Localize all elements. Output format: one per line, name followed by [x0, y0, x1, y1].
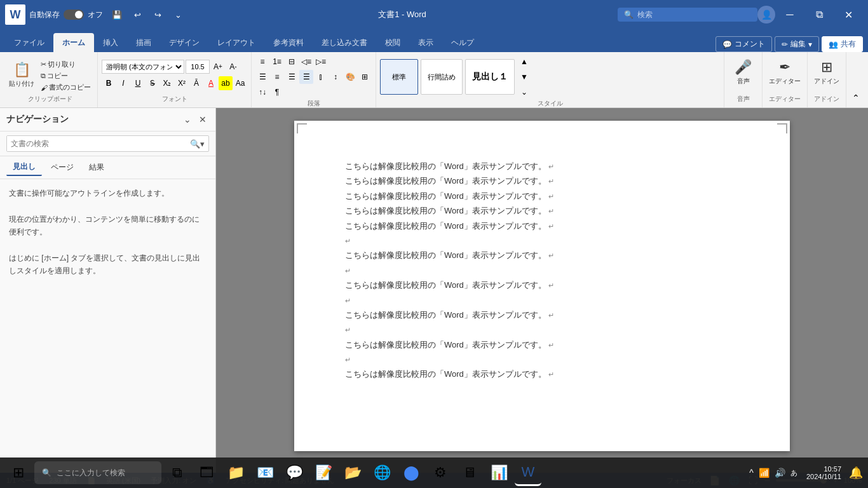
paste-button[interactable]: 📋 貼り付け: [6, 57, 37, 93]
tray-arrow-icon[interactable]: ^: [748, 468, 755, 478]
styles-scroll-up[interactable]: ▲: [517, 55, 531, 69]
taskbar-sticky-notes[interactable]: 📝: [310, 459, 337, 486]
user-avatar[interactable]: 👤: [757, 6, 775, 24]
font-size-decrease-button[interactable]: A-: [226, 60, 240, 74]
align-right-button[interactable]: ☰: [285, 70, 299, 84]
minimize-button[interactable]: ─: [775, 0, 804, 29]
doc-line[interactable]: こちらは解像度比較用の「Word」表示サンプルです。 ↵: [345, 219, 739, 233]
taskbar-file-explorer[interactable]: 📁: [222, 459, 249, 486]
doc-line[interactable]: ↵: [345, 322, 739, 337]
tab-insert[interactable]: 挿入: [94, 33, 127, 52]
doc-line[interactable]: ↵: [345, 352, 739, 367]
font-color-button[interactable]: A: [204, 76, 218, 90]
doc-line[interactable]: ↵: [345, 293, 739, 308]
taskbar-settings[interactable]: ⚙: [427, 459, 454, 486]
tab-design[interactable]: デザイン: [160, 33, 208, 52]
nav-search-button[interactable]: 🔍▾: [186, 139, 208, 149]
styles-scroll-down[interactable]: ▼: [517, 70, 531, 84]
style-heading1[interactable]: 見出し１: [465, 59, 515, 95]
highlight-button[interactable]: ab: [219, 76, 233, 90]
format-painter-button[interactable]: 🖌 書式のコピー: [38, 82, 93, 93]
borders-button[interactable]: ⊞: [358, 70, 372, 84]
save-button[interactable]: 💾: [108, 6, 126, 24]
taskbar-task-view[interactable]: ⧉: [164, 459, 191, 486]
underline-button[interactable]: U: [131, 76, 145, 90]
doc-line[interactable]: こちらは解像度比較用の「Word」表示サンプルです。 ↵: [345, 203, 739, 218]
tab-draw[interactable]: 描画: [127, 33, 160, 52]
autosave-toggle[interactable]: [64, 10, 84, 20]
more-button[interactable]: ⌄: [169, 6, 187, 24]
copy-button[interactable]: ⧉ コピー: [38, 71, 93, 81]
taskbar-chrome[interactable]: ⬤: [398, 459, 424, 486]
taskbar-word[interactable]: W: [515, 459, 541, 486]
tab-file[interactable]: ファイル: [5, 33, 53, 52]
undo-button[interactable]: ↩: [128, 6, 146, 24]
taskbar-outlook[interactable]: 📧: [252, 459, 278, 486]
font-size-increase-button[interactable]: A+: [211, 60, 225, 74]
taskbar-clock[interactable]: 10:57 2024/10/11: [803, 465, 845, 480]
nav-collapse-button[interactable]: ⌄: [181, 113, 194, 126]
bold-button[interactable]: B: [102, 76, 116, 90]
doc-line[interactable]: こちらは解像度比較用の「Word」表示サンプルです。 ↵: [345, 308, 739, 322]
tab-home[interactable]: ホーム: [53, 33, 94, 52]
taskbar-teams[interactable]: 💬: [281, 459, 308, 486]
strikethrough-button[interactable]: S̶: [146, 76, 159, 90]
styles-expand[interactable]: ⌄: [517, 85, 531, 99]
taskbar-widgets[interactable]: 🗔: [193, 459, 220, 486]
doc-line[interactable]: こちらは解像度比較用の「Word」表示サンプルです。 ↵: [345, 173, 739, 188]
pilcrow-button[interactable]: ¶: [270, 85, 284, 99]
tab-layout[interactable]: レイアウト: [208, 33, 264, 52]
taskbar-files[interactable]: 📂: [339, 459, 366, 486]
column-button[interactable]: ⫿: [314, 70, 328, 84]
sort-button[interactable]: ↑↓: [255, 85, 269, 99]
share-button[interactable]: 👥 共有: [822, 36, 863, 52]
taskbar-excel[interactable]: 📊: [485, 459, 512, 486]
taskbar-start-button[interactable]: ⊞: [5, 459, 32, 486]
nav-close-button[interactable]: ✕: [196, 113, 209, 126]
tab-references[interactable]: 参考資料: [264, 33, 313, 52]
multilevel-button[interactable]: ⊟: [285, 55, 299, 69]
tab-view[interactable]: 表示: [409, 33, 442, 52]
network-icon[interactable]: 📶: [757, 468, 771, 478]
decrease-indent-button[interactable]: ◁≡: [299, 55, 313, 69]
search-input[interactable]: [637, 10, 739, 19]
cut-button[interactable]: ✂ 切り取り: [38, 59, 93, 70]
comment-button[interactable]: 💬 コメント: [715, 36, 772, 52]
restore-button[interactable]: ⧉: [804, 0, 834, 29]
taskbar-search-input[interactable]: [57, 468, 146, 477]
doc-line[interactable]: ↵: [345, 233, 739, 248]
imejp-icon[interactable]: あ: [789, 468, 799, 478]
dictate-button[interactable]: 🎤 音声: [732, 55, 755, 90]
doc-line[interactable]: こちらは解像度比較用の「Word」表示サンプルです。 ↵: [345, 337, 739, 352]
align-center-button[interactable]: ≡: [270, 70, 284, 84]
doc-line[interactable]: こちらは解像度比較用の「Word」表示サンプルです。 ↵: [345, 189, 739, 203]
clear-format-button[interactable]: Ā: [189, 76, 203, 90]
volume-icon[interactable]: 🔊: [773, 468, 787, 478]
align-left-button[interactable]: ☰: [255, 70, 269, 84]
font-aa-button[interactable]: Aa: [233, 76, 247, 90]
increase-indent-button[interactable]: ▷≡: [314, 55, 328, 69]
doc-line[interactable]: こちらは解像度比較用の「Word」表示サンプルです。 ↵: [345, 278, 739, 292]
taskbar-edge[interactable]: 🌐: [369, 459, 395, 486]
font-size-input[interactable]: [186, 60, 210, 74]
style-no-spacing[interactable]: 行間詰め: [421, 59, 463, 95]
taskbar-unknown1[interactable]: 🖥: [456, 459, 483, 486]
doc-line[interactable]: こちらは解像度比較用の「Word」表示サンプルです。 ↵: [345, 248, 739, 262]
nav-tab-pages[interactable]: ページ: [44, 159, 80, 176]
doc-line[interactable]: こちらは解像度比較用の「Word」表示サンプルです。 ↵: [345, 159, 739, 173]
nav-tab-results[interactable]: 結果: [83, 159, 111, 176]
tab-review[interactable]: 校閲: [376, 33, 409, 52]
line-spacing-button[interactable]: ↕: [329, 70, 342, 84]
redo-button[interactable]: ↪: [149, 6, 166, 24]
notification-button[interactable]: 🔔: [849, 466, 863, 480]
addin-button[interactable]: ⊞ アドイン: [811, 55, 842, 90]
editor-button[interactable]: ✒ エディター: [766, 55, 803, 90]
tab-help[interactable]: ヘルプ: [442, 33, 483, 52]
tab-mailings[interactable]: 差し込み文書: [313, 33, 376, 52]
font-family-select[interactable]: 游明朝 (本文のフォン: [102, 60, 184, 74]
nav-tab-headings[interactable]: 見出し: [6, 159, 42, 176]
ribbon-collapse-button[interactable]: ⌃: [849, 91, 863, 105]
numbering-button[interactable]: 1≡: [270, 55, 284, 69]
document-content[interactable]: こちらは解像度比較用の「Word」表示サンプルです。 ↵こちらは解像度比較用の「…: [345, 159, 739, 382]
shading-button[interactable]: 🎨: [343, 70, 357, 84]
